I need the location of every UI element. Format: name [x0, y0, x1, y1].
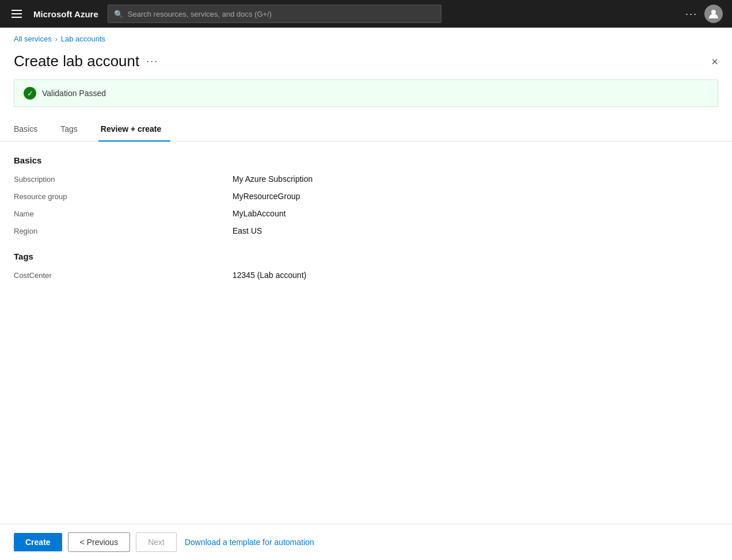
- resource-group-value: MyResourceGroup: [232, 192, 300, 201]
- subscription-value: My Azure Subscription: [232, 174, 312, 184]
- search-input[interactable]: [128, 10, 435, 18]
- name-label: Name: [14, 209, 232, 218]
- page-title: Create lab account: [14, 52, 139, 70]
- search-box[interactable]: 🔍: [108, 5, 441, 23]
- brand-name: Microsoft Azure: [33, 9, 98, 19]
- breadcrumb: All services › Lab accounts: [0, 28, 732, 48]
- name-value: MyLabAccount: [232, 209, 286, 218]
- costcenter-value: 12345 (Lab account): [232, 271, 306, 280]
- basics-section-title: Basics: [14, 155, 718, 165]
- tab-review-create[interactable]: Review + create: [98, 119, 170, 142]
- download-template-link[interactable]: Download a template for automation: [185, 538, 314, 547]
- breadcrumb-lab-accounts[interactable]: Lab accounts: [61, 35, 105, 43]
- footer: Create < Previous Next Download a templa…: [0, 524, 732, 560]
- tags-section-title: Tags: [14, 252, 718, 261]
- topbar-right: ···: [685, 5, 723, 23]
- previous-button[interactable]: < Previous: [68, 532, 131, 552]
- name-row: Name MyLabAccount: [14, 209, 718, 218]
- resource-group-row: Resource group MyResourceGroup: [14, 192, 718, 201]
- hamburger-menu[interactable]: [9, 7, 24, 20]
- next-button: Next: [136, 532, 177, 552]
- costcenter-label: CostCenter: [14, 271, 232, 280]
- svg-point-0: [711, 10, 716, 14]
- tab-basics[interactable]: Basics: [14, 119, 47, 142]
- resource-group-label: Resource group: [14, 192, 232, 201]
- topbar: Microsoft Azure 🔍 ···: [0, 0, 732, 28]
- main-content: All services › Lab accounts Create lab a…: [0, 28, 732, 560]
- validation-text: Validation Passed: [42, 89, 106, 98]
- page-title-row: Create lab account ··· ×: [0, 48, 732, 79]
- form-content: Basics Subscription My Azure Subscriptio…: [0, 142, 732, 280]
- tabs: Basics Tags Review + create: [0, 119, 732, 142]
- tab-tags[interactable]: Tags: [58, 119, 87, 142]
- search-icon: 🔍: [114, 10, 123, 18]
- page-title-more-options[interactable]: ···: [146, 55, 158, 67]
- subscription-label: Subscription: [14, 174, 232, 184]
- subscription-row: Subscription My Azure Subscription: [14, 174, 718, 184]
- create-button[interactable]: Create: [14, 533, 62, 551]
- user-avatar[interactable]: [704, 5, 723, 23]
- close-button[interactable]: ×: [711, 56, 718, 67]
- region-label: Region: [14, 226, 232, 235]
- breadcrumb-all-services[interactable]: All services: [14, 35, 52, 43]
- validation-banner: ✓ Validation Passed: [14, 79, 718, 107]
- validation-icon: ✓: [24, 87, 36, 100]
- region-row: Region East US: [14, 226, 718, 235]
- region-value: East US: [232, 226, 262, 235]
- breadcrumb-sep-1: ›: [55, 35, 58, 43]
- topbar-more-options[interactable]: ···: [685, 8, 697, 20]
- costcenter-row: CostCenter 12345 (Lab account): [14, 271, 718, 280]
